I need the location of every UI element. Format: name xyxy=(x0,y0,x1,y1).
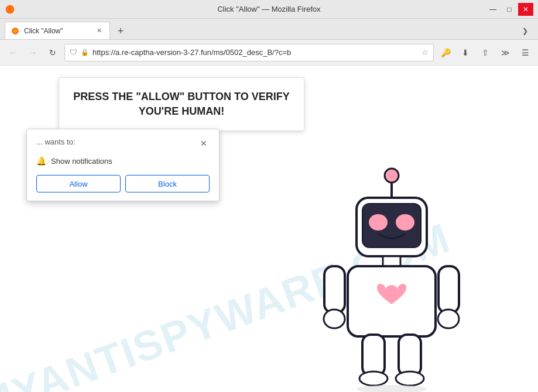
speech-bubble: PRESS THE "ALLOW" BUTTON TO VERIFY YOU'R… xyxy=(59,77,304,131)
forward-button[interactable]: → xyxy=(25,44,41,61)
menu-button[interactable]: ☰ xyxy=(517,44,533,61)
tab-list-button[interactable]: ❯ xyxy=(517,23,533,39)
svg-point-15 xyxy=(438,310,459,328)
notif-item-label: Show notifications xyxy=(51,157,112,166)
notif-header: ... wants to: ✕ xyxy=(36,137,210,149)
notification-permission-popup: ... wants to: ✕ 🔔 Show notifications All… xyxy=(26,129,220,201)
titlebar: Click "Allow" — Mozilla Firefox — □ ✕ xyxy=(0,0,538,19)
url-display: https://a.re-captha-version-3-27.fun/ms/… xyxy=(92,48,418,57)
svg-rect-16 xyxy=(362,335,385,376)
notif-buttons: Allow Block xyxy=(36,175,210,192)
reload-button[interactable]: ↻ xyxy=(44,44,61,61)
saved-passwords-button[interactable]: 🔑 xyxy=(437,44,454,61)
maximize-button[interactable]: □ xyxy=(502,3,517,16)
star-icon: ☆ xyxy=(422,48,429,57)
svg-rect-14 xyxy=(438,266,459,313)
svg-point-13 xyxy=(324,310,345,328)
tab-label: Click "Allow" xyxy=(24,27,63,35)
robot-svg xyxy=(304,158,479,392)
content-area: MYANTISPYWARE.COM ... wants to: ✕ 🔔 Show… xyxy=(0,66,538,392)
extensions-button[interactable]: ≫ xyxy=(497,44,513,61)
block-button[interactable]: Block xyxy=(125,175,210,192)
addressbar: ← → ↻ 🛡 🔒 https://a.re-captha-version-3-… xyxy=(0,40,538,66)
svg-rect-12 xyxy=(324,266,345,313)
robot-illustration xyxy=(304,158,503,392)
close-button[interactable]: ✕ xyxy=(518,3,533,16)
svg-point-9 xyxy=(396,214,414,231)
share-button[interactable]: ⇧ xyxy=(477,44,494,61)
tab-close-button[interactable]: ✕ xyxy=(94,26,104,36)
shield-icon: 🛡 xyxy=(70,48,77,57)
svg-point-20 xyxy=(357,385,427,392)
downloads-button[interactable]: ⬇ xyxy=(457,44,474,61)
titlebar-controls: — □ ✕ xyxy=(485,3,533,16)
titlebar-title: Click "Allow" — Mozilla Firefox xyxy=(217,5,320,13)
titlebar-left xyxy=(5,4,15,15)
allow-button[interactable]: Allow xyxy=(36,175,121,192)
address-box[interactable]: 🛡 🔒 https://a.re-captha-version-3-27.fun… xyxy=(64,44,434,61)
new-tab-button[interactable]: + xyxy=(112,23,129,39)
notif-close-button[interactable]: ✕ xyxy=(198,137,210,149)
lock-icon: 🔒 xyxy=(81,49,89,56)
speech-bubble-text: PRESS THE "ALLOW" BUTTON TO VERIFY YOU'R… xyxy=(71,90,292,119)
bell-icon: 🔔 xyxy=(36,156,46,166)
svg-point-17 xyxy=(359,372,388,386)
tabbar: Click "Allow" ✕ + ❯ xyxy=(0,19,538,40)
svg-rect-18 xyxy=(399,335,421,376)
svg-point-3 xyxy=(13,29,17,32)
notif-item: 🔔 Show notifications xyxy=(36,156,210,166)
minimize-button[interactable]: — xyxy=(485,3,501,16)
firefox-icon xyxy=(5,4,15,15)
back-button[interactable]: ← xyxy=(5,44,21,61)
notif-wants-text: ... wants to: xyxy=(36,137,75,146)
tab-favicon xyxy=(11,27,19,35)
svg-point-8 xyxy=(369,214,388,231)
active-tab[interactable]: Click "Allow" ✕ xyxy=(5,22,110,39)
svg-point-19 xyxy=(396,372,424,386)
svg-point-5 xyxy=(385,169,399,183)
